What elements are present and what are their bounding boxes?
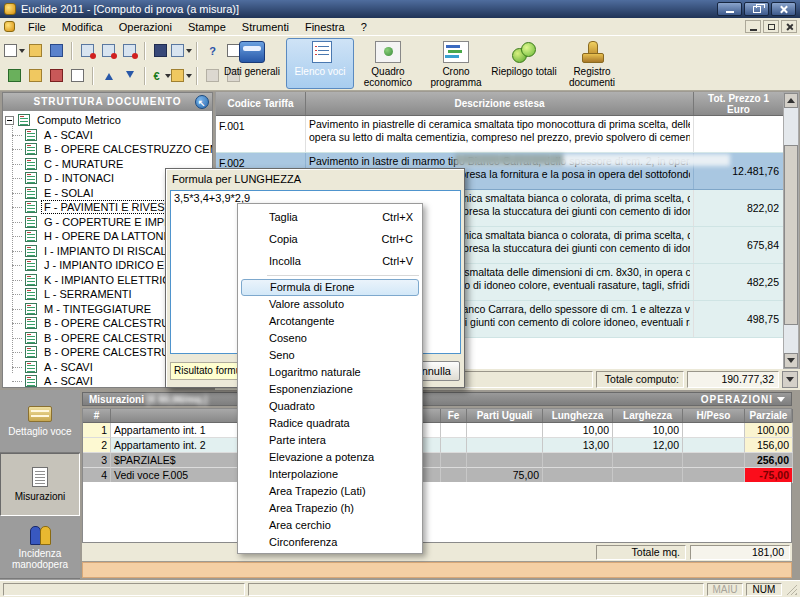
close-icon: [785, 23, 793, 31]
copy-icon[interactable]: [98, 40, 119, 61]
menu-separator: [267, 275, 419, 276]
menu-item-formula-di-erone[interactable]: Formula di Erone: [241, 279, 419, 296]
minimize-icon: [726, 11, 734, 13]
category-icon: [25, 346, 37, 358]
menu-item-logaritmo-naturale[interactable]: Logaritmo naturale: [239, 364, 421, 381]
print-setup-icon[interactable]: [25, 65, 46, 86]
operazioni-label[interactable]: OPERAZIONI: [701, 394, 773, 405]
tree-root[interactable]: Computo Metrico: [3, 113, 212, 128]
dati-generali-button[interactable]: Dati generali: [218, 38, 286, 89]
menu-item-area-trapezio-h[interactable]: Area Trapezio (h): [239, 500, 421, 517]
duplicate-icon[interactable]: [67, 65, 88, 86]
menu-item-copia[interactable]: CopiaCtrl+C: [239, 228, 421, 250]
minimize-button[interactable]: [717, 2, 742, 16]
resize-grip-icon[interactable]: [785, 583, 797, 595]
collapse-panel-button[interactable]: ↖: [195, 95, 209, 109]
misurazioni-title: Misurazioni: [89, 394, 144, 405]
table-row[interactable]: F.001 Pavimento in piastrelle di ceramic…: [216, 116, 783, 153]
menu-item-area-cerchio[interactable]: Area cerchio: [239, 517, 421, 534]
tree-item[interactable]: B - OPERE CALCESTRUZZO CEMENTIZIO: [3, 142, 212, 157]
restore-button[interactable]: [744, 2, 769, 16]
menu-item-quadrato[interactable]: Quadrato: [239, 398, 421, 415]
find-icon[interactable]: [150, 40, 171, 61]
menu-item-valore-assoluto[interactable]: Valore assoluto: [239, 296, 421, 313]
menu-item-esponenziazione[interactable]: Esponenziazione: [239, 381, 421, 398]
menu-item-seno[interactable]: Seno: [239, 347, 421, 364]
column-larghezza[interactable]: Larghezza: [613, 409, 683, 422]
tree-panel-header: STRUTTURA DOCUMENTO ↖: [3, 93, 212, 111]
menu-item-parte-intera[interactable]: Parte intera: [239, 432, 421, 449]
collapse-node-icon[interactable]: [5, 116, 14, 125]
print-preview-icon[interactable]: [4, 65, 25, 86]
menu-help[interactable]: ?: [353, 20, 375, 34]
column-fe[interactable]: Fe: [441, 409, 467, 422]
scroll-down-button[interactable]: [784, 353, 798, 368]
save-icon[interactable]: [46, 40, 67, 61]
tools-icon[interactable]: [171, 65, 192, 86]
registro-documenti-button[interactable]: Registro documenti: [558, 38, 626, 89]
menu-item-incolla[interactable]: IncollaCtrl+V: [239, 250, 421, 272]
minimize-icon: [750, 29, 757, 31]
export-icon[interactable]: [119, 65, 140, 86]
menu-stampe[interactable]: Stampe: [180, 20, 234, 34]
column-codice-tariffa[interactable]: Codice Tariffa: [216, 92, 306, 115]
column-lunghezza[interactable]: Lunghezza: [543, 409, 613, 422]
category-icon: [25, 259, 37, 271]
column-h-peso[interactable]: H/Peso: [683, 409, 745, 422]
dialog-title: Formula per LUNGHEZZA: [166, 169, 464, 189]
column-parti-uguali[interactable]: Parti Uguali: [467, 409, 543, 422]
open-folder-icon[interactable]: [25, 40, 46, 61]
table-vertical-scrollbar[interactable]: [783, 92, 799, 369]
mdi-close-button[interactable]: [781, 20, 797, 33]
category-icon: [25, 361, 37, 373]
import-icon[interactable]: [98, 65, 119, 86]
column-num[interactable]: #: [83, 409, 111, 422]
totale-mq-value: 181,00: [690, 545, 790, 560]
misura-row-parziale[interactable]: 3 $PARZIALE$ 256,00: [83, 453, 791, 468]
menu-item-coseno[interactable]: Coseno: [239, 330, 421, 347]
misura-row-selected[interactable]: 4 Vedi voce F.005 75,00 -75,00: [83, 468, 791, 483]
mdi-restore-button[interactable]: [763, 20, 779, 33]
menu-modifica[interactable]: Modifica: [54, 20, 111, 34]
column-descrizione-estesa[interactable]: Descrizione estesa: [306, 92, 694, 115]
column-parziale[interactable]: Parziale: [745, 409, 793, 422]
cell-prezzo: 498,75: [694, 301, 784, 337]
print-icon[interactable]: [46, 65, 67, 86]
menu-item-taglia[interactable]: TagliaCtrl+X: [239, 206, 421, 228]
paste-icon[interactable]: [119, 40, 140, 61]
menu-item-arcotangente[interactable]: Arcotangente: [239, 313, 421, 330]
totale-dropdown-button[interactable]: [782, 371, 798, 388]
menu-finestra[interactable]: Finestra: [297, 20, 353, 34]
menu-item-elevazione-a-potenza[interactable]: Elevazione a potenza: [239, 449, 421, 466]
riepilogo-totali-button[interactable]: Riepilogo totali: [490, 38, 558, 89]
restore-icon: [768, 24, 775, 30]
tree-item[interactable]: A - SCAVI: [3, 128, 212, 143]
scroll-up-button[interactable]: [784, 93, 798, 108]
dettaglio-voce-button[interactable]: Dettaglio voce: [0, 390, 80, 453]
window-layout-icon[interactable]: [171, 40, 192, 61]
menu-item-area-trapezio-lati[interactable]: Area Trapezio (Lati): [239, 483, 421, 500]
incidenza-manodopera-button[interactable]: Incidenza manodopera: [0, 516, 80, 579]
elenco-voci-button[interactable]: Elenco voci: [286, 38, 354, 89]
menu-strumenti[interactable]: Strumenti: [234, 20, 297, 34]
misura-row[interactable]: 2 Appartamento int. 2 13,00 12,00 156,00: [83, 438, 791, 453]
category-icon: [25, 187, 37, 199]
new-document-icon[interactable]: [4, 40, 25, 61]
menu-operazioni[interactable]: Operazioni: [111, 20, 180, 34]
quadro-economico-button[interactable]: Quadro economico: [354, 38, 422, 89]
menu-item-interpolazione[interactable]: Interpolazione: [239, 466, 421, 483]
mdi-minimize-button[interactable]: [745, 20, 761, 33]
column-tot-prezzo[interactable]: Tot. Prezzo 1Euro: [694, 92, 784, 115]
crono-programma-button[interactable]: Crono programma: [422, 38, 490, 89]
scrollbar-thumb[interactable]: [784, 145, 798, 325]
menu-file[interactable]: File: [20, 20, 54, 34]
menu-item-radice-quadrata[interactable]: Radice quadrata: [239, 415, 421, 432]
misura-row[interactable]: 1 Appartamento int. 1 10,00 10,00 100,00: [83, 423, 791, 438]
misurazioni-button[interactable]: Misurazioni: [0, 453, 80, 516]
menu-item-circonferenza[interactable]: Circonferenza: [239, 534, 421, 551]
cut-icon[interactable]: [77, 40, 98, 61]
incidenza-manodopera-icon: [29, 524, 51, 544]
cell-descrizione: Pavimento in piastrelle di ceramica smal…: [306, 116, 694, 152]
currency-icon[interactable]: €: [150, 65, 171, 86]
close-button[interactable]: [771, 2, 796, 16]
